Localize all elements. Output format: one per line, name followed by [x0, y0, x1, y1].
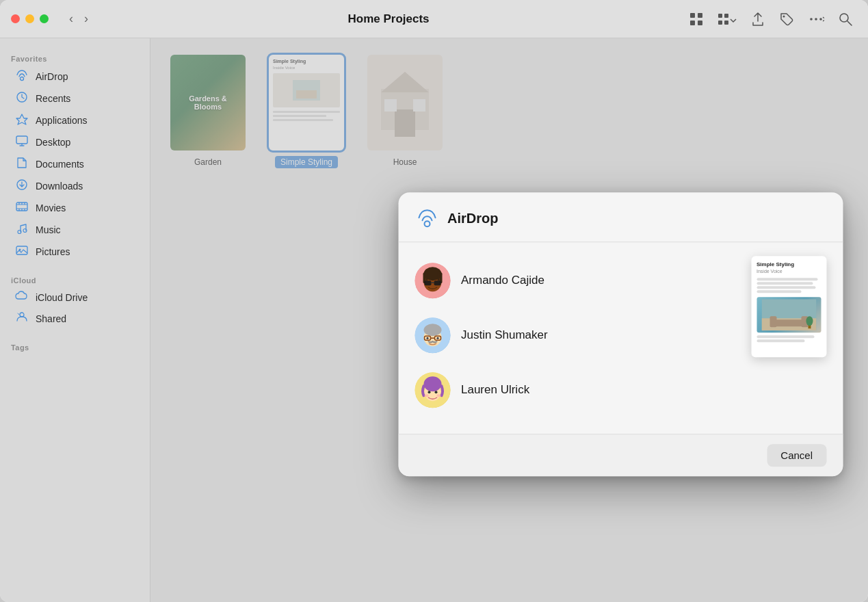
more-actions-button[interactable] — [804, 9, 828, 29]
view-grid-button[interactable] — [685, 9, 708, 29]
share-button[interactable] — [746, 9, 770, 29]
group-by-button[interactable] — [713, 9, 741, 29]
doc-preview-image — [757, 297, 821, 332]
svg-point-49 — [436, 337, 438, 339]
sidebar-label-music: Music — [36, 224, 61, 235]
svg-rect-6 — [718, 21, 722, 25]
svg-rect-37 — [425, 271, 428, 280]
doc-preview-text-lines — [757, 278, 821, 293]
doc-preview-footer — [757, 335, 821, 342]
window-controls — [11, 14, 49, 23]
document-preview: Simple Styling Inside Voice — [751, 256, 826, 357]
svg-point-52 — [423, 376, 441, 391]
dialog-header: AirDrop — [398, 192, 843, 242]
doc-preview-card: Simple Styling Inside Voice — [751, 256, 826, 357]
airdrop-dialog: AirDrop — [398, 192, 843, 476]
sidebar-item-recents[interactable]: Recents — [4, 88, 146, 109]
file-area: Gardens &Blooms Garden Simple Styling In… — [150, 38, 868, 602]
applications-icon — [15, 113, 29, 128]
doc-preview-line — [757, 286, 815, 289]
minimize-button[interactable] — [25, 14, 34, 23]
svg-rect-2 — [690, 21, 695, 25]
documents-icon — [15, 157, 29, 172]
sidebar-section-favorites: Favorites — [0, 49, 150, 66]
tag-button[interactable] — [775, 9, 798, 29]
doc-preview-line — [757, 282, 813, 285]
svg-point-31 — [424, 221, 430, 226]
sidebar-item-desktop[interactable]: Desktop — [4, 131, 146, 153]
sidebar-item-documents[interactable]: Documents — [4, 153, 146, 175]
doc-preview-card-subtitle: Inside Voice — [757, 269, 821, 274]
svg-point-44 — [423, 324, 441, 336]
downloads-icon — [15, 179, 29, 194]
svg-rect-0 — [690, 13, 695, 18]
svg-rect-4 — [718, 14, 722, 18]
search-icon — [838, 12, 853, 27]
sidebar-item-pictures[interactable]: Pictures — [4, 241, 146, 263]
sidebar-item-movies[interactable]: Movies — [4, 197, 146, 219]
sidebar-label-recents: Recents — [36, 93, 70, 104]
sidebar-label-shared: Shared — [36, 313, 66, 324]
svg-line-13 — [847, 21, 852, 25]
svg-rect-7 — [724, 21, 728, 25]
back-button[interactable]: ‹ — [65, 10, 77, 27]
recents-icon — [15, 91, 29, 106]
dialog-title: AirDrop — [447, 211, 498, 226]
sidebar-label-movies: Movies — [36, 202, 66, 213]
search-button[interactable] — [834, 9, 857, 29]
sidebar-item-music[interactable]: Music — [4, 219, 146, 241]
share-icon — [750, 12, 765, 27]
sidebar-item-shared[interactable]: Shared — [4, 308, 146, 330]
sidebar-item-airdrop[interactable]: AirDrop — [4, 66, 146, 88]
maximize-button[interactable] — [40, 14, 49, 23]
svg-rect-16 — [16, 136, 27, 144]
toolbar-actions — [685, 9, 857, 29]
cancel-button[interactable]: Cancel — [767, 444, 826, 467]
forward-button[interactable]: › — [80, 10, 92, 27]
sidebar-label-downloads: Downloads — [36, 181, 83, 192]
ellipsis-icon — [808, 12, 824, 27]
contact-name-lauren: Lauren Ulrick — [461, 383, 529, 397]
shared-icon — [15, 311, 29, 326]
dialog-footer: Cancel — [398, 434, 843, 476]
svg-point-12 — [840, 14, 848, 22]
grid-icon — [689, 12, 704, 27]
svg-rect-60 — [770, 316, 776, 327]
title-bar: ‹ › Home Projects — [0, 0, 868, 38]
svg-point-53 — [428, 391, 430, 393]
finder-window: ‹ › Home Projects — [0, 0, 868, 602]
svg-point-9 — [810, 18, 813, 21]
svg-point-8 — [783, 15, 785, 17]
svg-rect-1 — [698, 13, 702, 18]
sidebar-item-applications[interactable]: Applications — [4, 109, 146, 131]
avatar-lauren — [415, 372, 450, 408]
doc-preview-card-title: Simple Styling — [757, 261, 821, 267]
svg-point-11 — [819, 18, 822, 21]
doc-preview-line — [757, 339, 805, 342]
icloud-icon — [15, 291, 29, 304]
sidebar-label-pictures: Pictures — [36, 246, 70, 257]
pictures-icon — [15, 244, 29, 259]
contact-item-lauren[interactable]: Lauren Ulrick — [415, 363, 826, 417]
sidebar-label-desktop: Desktop — [36, 137, 70, 148]
sidebar-item-downloads[interactable]: Downloads — [4, 175, 146, 197]
sidebar-section-tags: Tags — [0, 338, 150, 354]
tag-icon — [779, 12, 794, 27]
nav-buttons: ‹ › — [65, 10, 92, 27]
sidebar-item-icloud-drive[interactable]: iCloud Drive — [4, 287, 146, 308]
svg-rect-40 — [434, 280, 440, 285]
music-icon — [15, 222, 29, 237]
svg-point-55 — [424, 394, 428, 397]
doc-preview-line — [757, 278, 817, 280]
svg-point-48 — [426, 337, 428, 339]
groupby-icon — [718, 12, 737, 27]
doc-preview-line — [757, 335, 815, 338]
sidebar-label-icloud-drive: iCloud Drive — [36, 292, 88, 303]
svg-rect-38 — [437, 271, 439, 280]
svg-rect-59 — [772, 319, 806, 326]
movies-icon — [15, 200, 29, 215]
sidebar-label-airdrop: AirDrop — [36, 71, 68, 82]
svg-point-23 — [20, 313, 24, 317]
dialog-body: Armando Cajide — [398, 242, 843, 434]
close-button[interactable] — [11, 14, 20, 23]
